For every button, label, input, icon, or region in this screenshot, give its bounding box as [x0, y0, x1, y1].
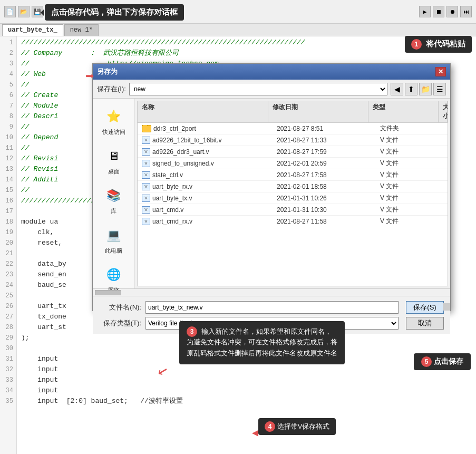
annotation-paste: 1 将代码粘贴: [405, 36, 472, 53]
dialog-resize-handle[interactable]: [443, 303, 450, 311]
file-row[interactable]: Vuart_cmd_rx.v 2021-08-27 11:58 V 文件: [138, 216, 448, 227]
file-list-area: 名称 修改日期 类型 大小 ddr3_ctrl_2port 2021-08-27…: [137, 101, 448, 286]
line-number: 34: [0, 385, 16, 396]
nav-view[interactable]: ☰: [433, 83, 446, 95]
dialog-title: 另存为: [97, 67, 118, 76]
file-name: ad9226_12bit_to_16bit.v: [152, 137, 221, 144]
scrollbar-thumb[interactable]: [95, 290, 121, 295]
line-number: 3: [0, 59, 16, 69]
file-list-header: 名称 修改日期 类型 大小: [138, 101, 448, 123]
dialog-sidebar: ⭐ 快速访问🖥 桌面📚 库💻 此电脑🌐 网络: [93, 99, 135, 288]
code-line: ////////////////////////////////////////…: [21, 37, 472, 48]
sidebar-item-此电脑[interactable]: 💻 此电脑: [95, 223, 132, 258]
file-name-cell: Vstate_ctrl.v: [138, 171, 273, 179]
line-number: 20: [0, 238, 16, 248]
location-select[interactable]: new: [129, 83, 387, 95]
file-type-cell: V 文件: [376, 217, 448, 226]
file-row[interactable]: Vad9226_12bit_to_16bit.v 2021-08-27 11:3…: [138, 134, 448, 146]
file-date-cell: 2021-02-01 18:58: [273, 183, 376, 190]
sidebar-item-库[interactable]: 📚 库: [95, 183, 132, 218]
save-button[interactable]: 保存(S): [406, 301, 444, 314]
line-number: 10: [0, 132, 16, 143]
file-name-cell: ddr3_ctrl_2port: [138, 125, 273, 132]
file-row[interactable]: Vuart_cmd.v 2021-01-31 10:30 V 文件: [138, 204, 448, 216]
arrow-annotation-4: ◀: [252, 426, 258, 439]
file-icon: V: [142, 195, 150, 202]
toolbar-icon-r4[interactable]: ⏭: [460, 6, 472, 17]
sidebar-item-桌面[interactable]: 🖥 桌面: [95, 143, 132, 179]
file-type-cell: V 文件: [376, 194, 448, 202]
annotation-5: 5 点击保存: [414, 353, 471, 370]
line-number: 17: [0, 206, 16, 217]
nav-up[interactable]: ⬆: [405, 83, 417, 95]
file-name-cell: Vuart_byte_tx.v: [138, 195, 273, 202]
line-number: 23: [0, 269, 16, 280]
file-name-cell: Vsigned_to_unsigned.v: [138, 160, 273, 167]
toolbar-icon-open[interactable]: 📂: [18, 6, 30, 17]
line-number: 21: [0, 248, 16, 259]
line-number: 31: [0, 354, 16, 364]
code-line: input [2:0] baud_set; //波特率设置: [21, 396, 472, 407]
file-row[interactable]: Vuart_byte_tx.v 2021-01-31 10:26 V 文件: [138, 192, 448, 204]
file-date-cell: 2021-01-31 10:26: [273, 195, 376, 202]
toolbar-icon-new[interactable]: 📄: [4, 6, 16, 17]
annotation-5-text: 点击保存: [434, 357, 463, 365]
file-row[interactable]: Vuart_byte_rx.v 2021-02-01 18:58 V 文件: [138, 181, 448, 192]
dialog-close-button[interactable]: ✕: [435, 67, 446, 76]
code-line: // Company : 武汉芯路恒科技有限公司: [21, 48, 472, 59]
file-row[interactable]: ddr3_ctrl_2port 2021-08-27 8:51 文件夹: [138, 123, 448, 134]
file-icon: V: [142, 148, 150, 156]
line-number: 14: [0, 175, 16, 185]
toolbar-icon-r1[interactable]: ▶: [419, 6, 431, 17]
arrow-to-dialog: ➡: [85, 67, 94, 85]
header-name: 名称: [138, 101, 268, 122]
file-date-cell: 2021-08-27 11:58: [273, 218, 376, 225]
file-date-cell: 2021-02-01 20:59: [273, 160, 376, 167]
file-row[interactable]: Vsigned_to_unsigned.v 2021-02-01 20:59 V…: [138, 158, 448, 169]
file-type-cell: V 文件: [376, 136, 448, 144]
line-number: 5: [0, 80, 16, 90]
badge-4: 4: [265, 421, 275, 432]
file-icon: V: [142, 183, 150, 190]
filename-label: 文件名(N):: [99, 303, 141, 312]
file-name: uart_cmd.v: [152, 206, 183, 214]
toolbar-icons-right: ▶ ⏹ ⏺ ⏭: [419, 6, 472, 17]
sidebar-icon: ⭐: [104, 107, 123, 126]
sidebar-item-快速访问[interactable]: ⭐ 快速访问: [95, 104, 132, 139]
tab-new[interactable]: new 1*: [64, 24, 99, 36]
file-name: ad9226_ddr3_uart.v: [152, 148, 209, 156]
nav-back[interactable]: ◀: [391, 83, 403, 95]
sidebar-label: 此电脑: [105, 247, 122, 255]
line-number: 2: [0, 48, 16, 59]
line-number: 35: [0, 396, 16, 407]
header-date: 修改日期: [268, 101, 368, 122]
sidebar-label: 桌面: [108, 168, 120, 176]
file-row[interactable]: Vad9226_ddr3_uart.v 2021-08-27 17:59 V 文…: [138, 146, 448, 158]
dialog-scrollbar[interactable]: [93, 288, 450, 296]
badge-3: 3: [187, 326, 197, 337]
tab-uart-byte-tx[interactable]: uart_byte_tx_: [2, 24, 63, 36]
filename-row: 文件名(N): 保存(S): [99, 301, 444, 314]
line-number: 16: [0, 196, 16, 206]
code-line: input: [21, 385, 472, 396]
line-number: 28: [0, 322, 16, 333]
line-number: 7: [0, 101, 16, 111]
cancel-button[interactable]: 取消: [406, 317, 444, 330]
tab-bar: uart_byte_tx_ new 1*: [0, 24, 476, 36]
line-number: 13: [0, 164, 16, 175]
file-row[interactable]: Vstate_ctrl.v 2021-08-27 17:58 V 文件: [138, 169, 448, 181]
file-date-cell: 2021-08-27 17:59: [273, 148, 376, 156]
sidebar-icon: 🖥: [104, 147, 123, 166]
toolbar-icon-r3[interactable]: ⏺: [446, 6, 458, 17]
nav-new-folder[interactable]: 📁: [419, 83, 432, 95]
sidebar-icon: 💻: [104, 226, 123, 245]
filename-input[interactable]: [145, 301, 399, 314]
dialog-location-bar: 保存在(I): new ◀ ⬆ 📁 ☰: [93, 80, 450, 99]
file-date-cell: 2021-08-27 17:58: [273, 171, 376, 179]
file-type-cell: V 文件: [376, 147, 448, 156]
file-date-cell: 2021-01-31 10:30: [273, 206, 376, 214]
annotation-save-code: 点击保存代码，弹出下方保存对话框: [45, 4, 184, 21]
line-number: 9: [0, 122, 16, 132]
badge-1: 1: [411, 39, 422, 50]
toolbar-icon-r2[interactable]: ⏹: [433, 6, 444, 17]
